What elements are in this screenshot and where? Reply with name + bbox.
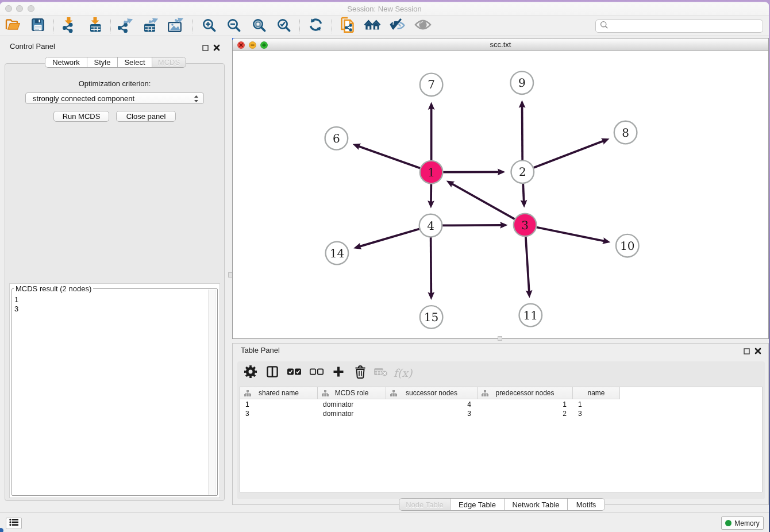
- select-all-button[interactable]: [286, 364, 303, 381]
- desktop-corner-fragment: [0, 528, 3, 532]
- mcds-result-title: MCDS result (2 nodes): [14, 284, 93, 293]
- table-cell[interactable]: 1: [478, 400, 573, 409]
- result-fieldset-border: [11, 288, 218, 496]
- tab-network-table[interactable]: Network Table: [505, 499, 568, 510]
- function-builder-icon: f(x): [394, 367, 413, 379]
- tab-style[interactable]: Style: [87, 57, 118, 67]
- copy-network-button[interactable]: [338, 16, 357, 36]
- zoom-fit-button[interactable]: [249, 16, 268, 36]
- import-table-icon: [88, 17, 103, 35]
- mcds-result-list[interactable]: 13: [14, 295, 18, 314]
- table-cell[interactable]: 2: [478, 409, 573, 418]
- tree-icon: [244, 390, 251, 398]
- save-session-button[interactable]: [28, 16, 48, 36]
- table-row[interactable]: 1dominator411: [240, 400, 762, 409]
- control-panel-float-icon[interactable]: [202, 43, 209, 53]
- table-cell[interactable]: dominator: [318, 409, 386, 418]
- table-cell[interactable]: 1: [573, 400, 620, 409]
- open-session-button[interactable]: [3, 16, 22, 36]
- tab-node-table[interactable]: Node Table: [399, 499, 451, 510]
- column-header-MCDS-role[interactable]: MCDS role: [318, 387, 386, 399]
- tab-network[interactable]: Network: [45, 57, 87, 67]
- graph-edge-2-3[interactable]: [523, 183, 523, 201]
- column-header-successor-nodes[interactable]: successor nodes: [386, 387, 478, 399]
- node-table: shared name MCDS role successor nodes pr…: [240, 387, 763, 492]
- import-table-button[interactable]: [86, 16, 105, 36]
- table-cell[interactable]: dominator: [318, 400, 386, 409]
- graph-node-label-14: 14: [330, 246, 344, 260]
- zoom-selected-icon: [276, 18, 291, 34]
- settings-gear-button[interactable]: [242, 364, 259, 381]
- mcds-result-item[interactable]: 3: [14, 304, 18, 314]
- graph-node-label-2: 2: [519, 165, 526, 179]
- close-panel-button[interactable]: Close panel: [116, 111, 176, 122]
- graph-edge-3-11[interactable]: [526, 236, 529, 291]
- search-input[interactable]: [595, 20, 763, 33]
- table-cell[interactable]: 1: [240, 400, 318, 409]
- zoom-in-button[interactable]: [199, 16, 218, 36]
- memory-button[interactable]: Memory: [721, 516, 764, 530]
- export-table-button[interactable]: [141, 16, 160, 36]
- column-header-label: name: [587, 389, 605, 397]
- graph-edge-2-9[interactable]: [522, 107, 523, 161]
- table-cell[interactable]: 3: [573, 409, 620, 418]
- table-cell[interactable]: 3: [386, 409, 478, 418]
- mcds-result-item[interactable]: 1: [14, 295, 18, 304]
- tab-select[interactable]: Select: [118, 57, 152, 67]
- graph-edge-2-8[interactable]: [533, 141, 603, 168]
- graph-edge-1-6[interactable]: [359, 147, 421, 169]
- zoom-in-icon: [202, 18, 216, 34]
- table-panel-close-icon[interactable]: [754, 346, 761, 357]
- zoom-selected-button[interactable]: [274, 16, 293, 36]
- network-view-window: scc.txt 7968124314101511: [232, 38, 769, 339]
- toolbar-separator: [110, 20, 111, 33]
- network-window-titlebar[interactable]: scc.txt: [233, 38, 768, 51]
- table-container: f(x) shared name MCDS role successor nod…: [237, 361, 765, 499]
- split-view-button[interactable]: [264, 364, 281, 381]
- desktop: Session: New Session: [0, 0, 770, 532]
- graph-node-label-15: 15: [424, 310, 438, 324]
- deselect-all-button[interactable]: [308, 364, 325, 381]
- import-network-button[interactable]: [60, 16, 80, 36]
- graph-edge-4-3[interactable]: [441, 225, 501, 226]
- apply-layout-icon: [308, 17, 324, 34]
- graph-edge-4-14[interactable]: [360, 229, 420, 246]
- column-header-shared-name[interactable]: shared name: [240, 387, 318, 399]
- add-entry-button[interactable]: [330, 364, 347, 381]
- horizontal-splitter-handle[interactable]: [498, 336, 502, 341]
- home-button[interactable]: [363, 16, 382, 36]
- column-header-name[interactable]: name: [573, 387, 620, 399]
- table-row[interactable]: 3dominator323: [240, 409, 762, 418]
- show-graphics-details-button[interactable]: [413, 16, 433, 36]
- table-cell[interactable]: 4: [386, 400, 478, 409]
- network-canvas[interactable]: 7968124314101511: [233, 51, 768, 338]
- tab-edge-table[interactable]: Edge Table: [451, 499, 505, 510]
- tab-mcds[interactable]: MCDS: [152, 57, 186, 67]
- apply-layout-button[interactable]: [306, 16, 325, 36]
- zoom-out-button[interactable]: [224, 16, 243, 36]
- graph-edge-3-10[interactable]: [536, 227, 604, 241]
- control-panel-close-icon[interactable]: [213, 43, 220, 53]
- task-history-button[interactable]: [6, 518, 22, 529]
- graph-edge-3-1[interactable]: [452, 184, 515, 219]
- export-table-icon: [143, 17, 159, 35]
- control-panel: Control Panel NetworkStyleSelectMCDS Opt…: [0, 38, 228, 514]
- graph-node-label-9: 9: [518, 76, 526, 90]
- export-network-button[interactable]: [116, 16, 136, 36]
- graph-edge-4-15[interactable]: [431, 237, 432, 294]
- criterion-dropdown[interactable]: strongly connected component: [25, 92, 204, 104]
- table-cell[interactable]: 3: [240, 409, 318, 418]
- column-header-label: predecessor nodes: [495, 389, 554, 397]
- run-mcds-button[interactable]: Run MCDS: [53, 111, 109, 122]
- tab-motifs[interactable]: Motifs: [568, 499, 605, 510]
- list-icon: [9, 518, 18, 529]
- export-image-button[interactable]: [165, 16, 185, 36]
- delete-entry-button[interactable]: [352, 364, 369, 381]
- toggle-selected-visibility-button[interactable]: [387, 16, 407, 36]
- graph-node-label-8: 8: [622, 126, 629, 140]
- tree-icon: [482, 390, 488, 398]
- column-header-predecessor-nodes[interactable]: predecessor nodes: [478, 387, 573, 399]
- network-window-title: scc.txt: [233, 38, 768, 51]
- table-panel-float-icon[interactable]: [744, 346, 750, 357]
- column-header-label: shared name: [259, 389, 299, 397]
